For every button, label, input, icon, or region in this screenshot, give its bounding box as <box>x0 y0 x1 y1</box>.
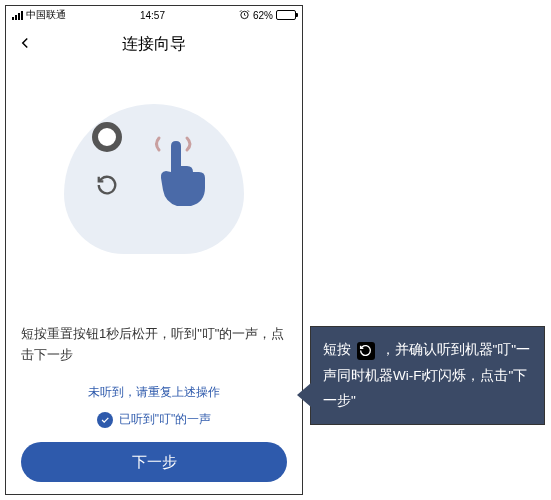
status-time: 14:57 <box>140 10 165 21</box>
annotation-tooltip: 短按 ，并确认听到机器"叮"一声同时机器Wi-Fi灯闪烁，点击"下一步" <box>310 326 545 425</box>
confirm-check-row[interactable]: 已听到"叮"的一声 <box>21 411 287 428</box>
signal-icon <box>12 11 23 20</box>
carrier-label: 中国联通 <box>26 8 66 22</box>
page-title: 连接向导 <box>6 34 302 55</box>
tooltip-arrow-icon <box>297 383 311 407</box>
check-icon <box>97 412 113 428</box>
instruction-text: 短按重置按钮1秒后松开，听到"叮"的一声，点击下一步 <box>21 324 287 366</box>
battery-icon <box>276 10 296 20</box>
confirm-check-label: 已听到"叮"的一声 <box>119 411 212 428</box>
alarm-icon <box>239 9 250 22</box>
battery-pct: 62% <box>253 10 273 21</box>
back-icon[interactable] <box>16 34 34 56</box>
next-button[interactable]: 下一步 <box>21 442 287 482</box>
robot-illustration <box>54 94 254 264</box>
phone-screen: 中国联通 14:57 62% 连接向导 <box>5 5 303 495</box>
tooltip-text-post: ，并确认听到机器"叮"一声同时机器Wi-Fi灯闪烁，点击"下一步" <box>323 342 530 408</box>
reset-icon <box>357 342 375 360</box>
reset-button-graphic <box>96 174 118 200</box>
hand-tap-icon <box>149 134 219 218</box>
nav-bar: 连接向导 <box>6 24 302 64</box>
status-bar: 中国联通 14:57 62% <box>6 6 302 24</box>
tooltip-text-pre: 短按 <box>323 342 351 357</box>
retry-hint-link[interactable]: 未听到，请重复上述操作 <box>21 384 287 401</box>
content-area: 短按重置按钮1秒后松开，听到"叮"的一声，点击下一步 未听到，请重复上述操作 已… <box>6 64 302 494</box>
power-button-graphic <box>92 122 122 152</box>
